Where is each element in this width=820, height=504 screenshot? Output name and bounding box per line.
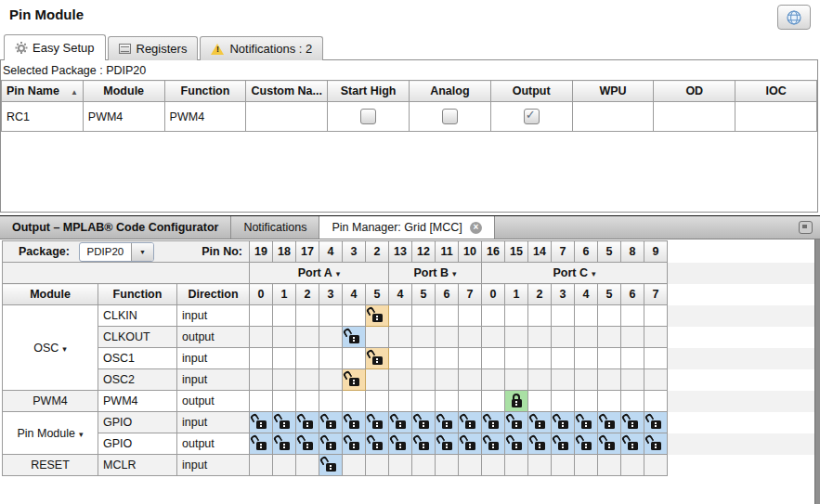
pin-grid-cell[interactable] <box>598 305 621 327</box>
pin-grid-cell[interactable] <box>575 305 598 327</box>
pin-grid-cell[interactable] <box>319 391 343 412</box>
pin-grid-cell[interactable] <box>296 455 319 476</box>
pin-grid-cell[interactable] <box>528 455 552 476</box>
column-header-custom-na[interactable]: Custom Na... <box>246 81 328 102</box>
pin-grid-cell[interactable] <box>552 455 575 476</box>
pin-grid-cell[interactable] <box>528 433 552 455</box>
pin-grid-cell[interactable] <box>621 433 644 455</box>
pin-grid-cell[interactable] <box>343 433 366 455</box>
pin-grid-cell[interactable] <box>366 433 389 455</box>
pin-grid-cell[interactable] <box>482 455 505 476</box>
tab-notifications[interactable]: Notifications <box>231 216 319 239</box>
pin-grid-cell[interactable] <box>482 327 505 348</box>
column-header-od[interactable]: OD <box>654 81 735 102</box>
pin-grid-cell[interactable] <box>598 433 621 455</box>
pin-grid-cell[interactable] <box>250 433 273 455</box>
column-header-pin-name[interactable]: Pin Name▲ <box>2 81 84 102</box>
pin-grid-cell[interactable] <box>552 327 575 348</box>
pin-grid-cell[interactable] <box>459 391 482 412</box>
port-header-port-a[interactable]: Port A▾ <box>250 263 389 284</box>
pin-grid-cell[interactable] <box>482 348 505 369</box>
pin-grid-cell[interactable] <box>459 455 482 476</box>
column-header-function[interactable]: Function <box>164 81 246 102</box>
pin-grid-cell[interactable] <box>459 412 482 433</box>
combobox-arrow-icon[interactable]: ▼ <box>131 243 153 261</box>
pin-grid-cell[interactable] <box>621 369 644 391</box>
pin-grid-cell[interactable] <box>482 391 505 412</box>
pin-grid-cell[interactable] <box>505 391 528 412</box>
vertical-scrollbar[interactable] <box>814 239 820 504</box>
pin-grid-cell[interactable] <box>319 305 343 327</box>
pin-grid-cell[interactable] <box>250 369 273 391</box>
column-header-module[interactable]: Module <box>83 81 164 102</box>
pin-grid-cell[interactable] <box>250 348 273 369</box>
pin-grid-cell[interactable] <box>273 412 296 433</box>
pin-grid-cell[interactable] <box>436 327 459 348</box>
pin-grid-cell[interactable] <box>366 412 389 433</box>
pin-grid-cell[interactable] <box>412 391 436 412</box>
pin-grid-cell[interactable] <box>598 369 621 391</box>
pin-grid-cell[interactable] <box>296 412 319 433</box>
pin-grid-cell[interactable] <box>389 412 412 433</box>
pin-grid-cell[interactable] <box>575 433 598 455</box>
pin-grid-cell[interactable] <box>436 305 459 327</box>
pin-grid-cell[interactable] <box>273 327 296 348</box>
column-header-ioc[interactable]: IOC <box>735 81 817 102</box>
pin-grid-cell[interactable] <box>621 412 644 433</box>
float-window-icon[interactable] <box>799 221 813 234</box>
pin-grid-cell[interactable] <box>621 391 644 412</box>
pin-grid-cell[interactable] <box>366 348 389 369</box>
pin-grid-cell[interactable] <box>389 327 412 348</box>
column-header-start-high[interactable]: Start High <box>328 81 410 102</box>
port-header-port-c[interactable]: Port C▾ <box>482 263 668 284</box>
pin-grid-cell[interactable] <box>273 433 296 455</box>
pin-grid-cell[interactable] <box>482 369 505 391</box>
close-icon[interactable] <box>470 222 482 234</box>
pin-grid-cell[interactable] <box>250 455 273 476</box>
pin-grid-cell[interactable] <box>436 455 459 476</box>
pin-grid-cell[interactable] <box>273 369 296 391</box>
tab-output-mplab-code-configurator[interactable]: Output – MPLAB® Code Configurator <box>0 216 231 239</box>
pin-grid-cell[interactable] <box>296 348 319 369</box>
pin-grid-cell[interactable] <box>482 433 505 455</box>
pin-grid-cell[interactable] <box>505 412 528 433</box>
pin-grid-cell[interactable] <box>528 369 552 391</box>
pin-grid-cell[interactable] <box>366 327 389 348</box>
pin-grid-cell[interactable] <box>436 412 459 433</box>
pin-grid-cell[interactable] <box>296 433 319 455</box>
pin-grid-cell[interactable] <box>575 327 598 348</box>
pin-grid-cell[interactable] <box>389 348 412 369</box>
pin-grid-cell[interactable] <box>273 348 296 369</box>
column-header-analog[interactable]: Analog <box>409 81 490 102</box>
pin-grid-cell[interactable] <box>482 305 505 327</box>
pin-grid-cell[interactable] <box>644 369 668 391</box>
tab-registers[interactable]: Registers <box>108 36 199 60</box>
checkbox-checked[interactable]: ✓ <box>524 109 540 124</box>
pin-grid-cell[interactable] <box>575 412 598 433</box>
package-combobox[interactable]: PDIP20▼ <box>79 242 154 262</box>
pin-grid-cell[interactable] <box>528 391 552 412</box>
pin-grid-cell[interactable] <box>459 369 482 391</box>
pin-grid-cell[interactable] <box>598 391 621 412</box>
pin-grid-cell[interactable] <box>319 348 343 369</box>
pin-grid-cell[interactable] <box>459 433 482 455</box>
pin-grid-cell[interactable] <box>598 348 621 369</box>
pin-grid-cell[interactable] <box>412 348 436 369</box>
pin-grid-cell[interactable] <box>644 327 668 348</box>
pin-grid-cell[interactable] <box>552 412 575 433</box>
pin-grid-cell[interactable] <box>389 433 412 455</box>
pin-grid-cell[interactable] <box>319 369 343 391</box>
pin-grid-cell[interactable] <box>250 327 273 348</box>
pin-grid-cell[interactable] <box>343 327 366 348</box>
pin-grid-cell[interactable] <box>366 391 389 412</box>
pin-grid-cell[interactable] <box>319 433 343 455</box>
pin-grid-cell[interactable] <box>575 348 598 369</box>
pin-grid-cell[interactable] <box>412 327 436 348</box>
pin-grid-cell[interactable] <box>552 305 575 327</box>
pin-grid-cell[interactable] <box>505 455 528 476</box>
pin-grid-cell[interactable] <box>436 348 459 369</box>
pin-grid-cell[interactable] <box>343 369 366 391</box>
pin-grid-cell[interactable] <box>459 305 482 327</box>
pin-grid-cell[interactable] <box>273 391 296 412</box>
pin-grid-cell[interactable] <box>250 391 273 412</box>
